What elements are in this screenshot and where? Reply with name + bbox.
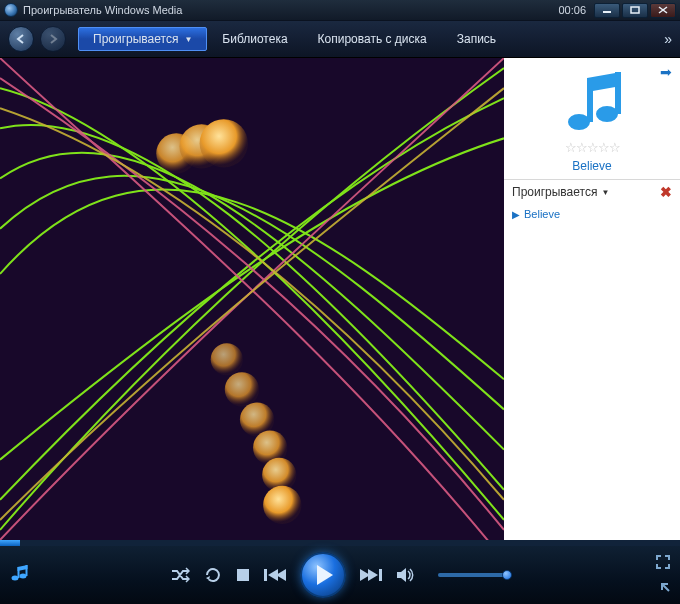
repeat-icon <box>204 566 222 584</box>
svg-rect-1 <box>631 7 639 13</box>
previous-icon <box>264 568 286 582</box>
svg-rect-24 <box>264 569 267 581</box>
arrow-right-icon <box>47 33 59 45</box>
volume-icon <box>396 567 414 583</box>
volume-fill <box>438 573 504 577</box>
playlist: ▶ Believe <box>504 204 680 224</box>
arrow-right-icon: ➡ <box>660 64 672 80</box>
svg-marker-31 <box>397 568 406 582</box>
close-button[interactable] <box>650 3 676 18</box>
compact-mode-button[interactable] <box>656 578 670 595</box>
playlist-item-label: Believe <box>524 208 560 220</box>
now-playing-panel: ➡ ☆☆☆☆☆ Believe Проигрывается ▼ ✖ <box>504 58 680 540</box>
tabs-overflow-button[interactable]: » <box>664 31 672 47</box>
delete-icon: ✖ <box>660 184 672 200</box>
switch-to-library-button[interactable] <box>10 564 28 586</box>
tab-label: Библиотека <box>222 32 287 46</box>
expand-arrow-button[interactable]: ➡ <box>660 64 672 80</box>
next-icon <box>360 568 382 582</box>
play-button[interactable] <box>300 552 346 598</box>
playlist-header-label: Проигрывается <box>512 185 597 199</box>
repeat-button[interactable] <box>204 566 222 584</box>
tab-strip: Проигрывается ▼ Библиотека Копировать с … <box>78 27 511 51</box>
svg-point-8 <box>225 372 259 406</box>
playlist-header[interactable]: Проигрывается ▼ ✖ <box>504 180 680 204</box>
tab-now-playing[interactable]: Проигрывается ▼ <box>78 27 207 51</box>
stop-icon <box>236 568 250 582</box>
clear-playlist-button[interactable]: ✖ <box>660 184 672 200</box>
chevron-down-icon: ▼ <box>601 188 609 197</box>
minimize-icon <box>602 6 612 14</box>
maximize-icon <box>630 6 640 14</box>
tab-burn[interactable]: Запись <box>442 27 511 51</box>
playlist-item[interactable]: ▶ Believe <box>510 206 674 222</box>
svg-point-19 <box>20 574 27 579</box>
svg-rect-30 <box>379 569 382 581</box>
music-note-icon <box>557 66 627 136</box>
nav-forward-button[interactable] <box>40 26 66 52</box>
music-note-icon <box>10 564 28 582</box>
volume-slider[interactable] <box>438 573 510 577</box>
arrow-left-icon <box>15 33 27 45</box>
tab-library[interactable]: Библиотека <box>207 27 302 51</box>
nav-back-button[interactable] <box>8 26 34 52</box>
visualization-pane[interactable] <box>0 58 504 540</box>
tab-label: Копировать с диска <box>318 32 427 46</box>
stars-icon: ☆☆☆☆☆ <box>565 140 620 155</box>
play-icon <box>315 564 335 586</box>
svg-point-13 <box>568 114 590 130</box>
svg-rect-23 <box>237 569 249 581</box>
compact-icon <box>656 578 670 592</box>
now-playing-marker-icon: ▶ <box>512 209 520 220</box>
shuffle-button[interactable] <box>170 567 190 583</box>
rating-stars[interactable]: ☆☆☆☆☆ <box>565 140 620 155</box>
svg-point-6 <box>200 119 248 167</box>
app-title: Проигрыватель Windows Media <box>23 4 182 16</box>
tab-label: Запись <box>457 32 496 46</box>
fullscreen-icon <box>656 555 670 569</box>
album-header: ➡ ☆☆☆☆☆ Believe <box>504 58 680 179</box>
next-button[interactable] <box>360 568 382 582</box>
shuffle-icon <box>170 567 190 583</box>
stop-button[interactable] <box>236 568 250 582</box>
title-clock: 00:06 <box>558 4 586 16</box>
tab-rip[interactable]: Копировать с диска <box>303 27 442 51</box>
track-title: Believe <box>572 159 611 173</box>
app-icon <box>4 3 18 17</box>
svg-marker-27 <box>317 565 333 585</box>
content-area: ➡ ☆☆☆☆☆ Believe Проигрывается ▼ ✖ <box>0 58 680 540</box>
overflow-icon: » <box>664 31 672 47</box>
fullscreen-button[interactable] <box>656 555 670 572</box>
titlebar: Проигрыватель Windows Media 00:06 <box>0 0 680 21</box>
navbar: Проигрывается ▼ Библиотека Копировать с … <box>0 21 680 58</box>
svg-point-14 <box>596 106 618 122</box>
visualization-graphic <box>0 58 504 540</box>
svg-point-18 <box>12 576 19 581</box>
mute-button[interactable] <box>396 567 414 583</box>
previous-button[interactable] <box>264 568 286 582</box>
minimize-button[interactable] <box>594 3 620 18</box>
tab-label: Проигрывается <box>93 32 178 46</box>
chevron-down-icon: ▼ <box>184 35 192 44</box>
maximize-button[interactable] <box>622 3 648 18</box>
svg-point-7 <box>211 343 243 375</box>
playback-controls <box>0 546 680 604</box>
svg-marker-29 <box>368 569 378 581</box>
close-icon <box>658 6 668 14</box>
volume-knob[interactable] <box>502 570 512 580</box>
svg-point-12 <box>263 486 301 524</box>
